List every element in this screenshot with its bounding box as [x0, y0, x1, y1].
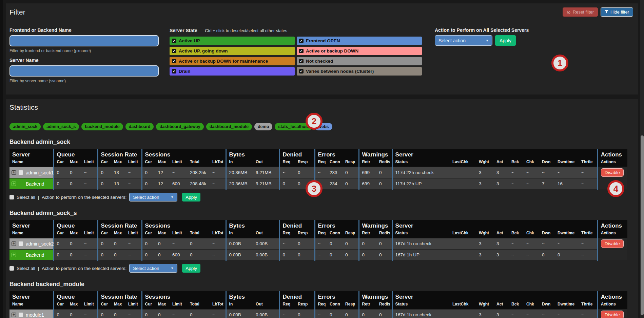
column-header: Req — [315, 301, 327, 309]
stat-cell: 0 — [187, 249, 210, 260]
chevron-down-icon: ▼ — [486, 39, 489, 42]
column-header: Thrtle — [579, 301, 598, 309]
filter-body: Frontend or Backend Name Filter by front… — [6, 21, 638, 94]
server-name: admin_sock1 — [26, 170, 54, 175]
scrollbar-thumb[interactable] — [641, 135, 644, 315]
state-label: Drain — [179, 69, 191, 74]
column-header: Max — [155, 230, 170, 238]
state-not-checked[interactable]: ✔Not checked — [297, 57, 422, 65]
bulk-apply-button[interactable]: Apply — [495, 35, 516, 46]
stat-cell: 3 — [476, 309, 494, 318]
bulk-action-select-value: Select action — [438, 38, 466, 43]
stat-cell: ~ — [210, 249, 226, 260]
expand-icon[interactable]: + — [12, 170, 16, 175]
row-checkbox[interactable] — [19, 170, 23, 175]
stat-cell: ~ — [579, 238, 598, 249]
stat-cell: 0 — [111, 249, 125, 260]
pxname-input[interactable] — [9, 35, 159, 46]
statistics-panel: Statistics admin_sockadmin_sock_sbackend… — [6, 99, 638, 318]
state-label: Active or backup DOWN for maintenance — [179, 59, 268, 64]
stat-cell: ~ — [279, 238, 295, 249]
column-group-header: Server — [392, 149, 598, 158]
expand-icon[interactable]: + — [12, 241, 16, 246]
stat-cell: ~ — [279, 309, 295, 318]
hide-filter-button[interactable]: Hide filter — [601, 7, 633, 17]
stat-cell: ~ — [315, 167, 327, 178]
footer-action-select[interactable]: Select action▼ — [129, 264, 177, 273]
filter-panel: Filter ⊘ Reset filter Hide filter Fronte… — [6, 3, 638, 94]
column-header: Limit — [170, 301, 187, 309]
column-header: Dwntime — [555, 301, 579, 309]
tag-webs[interactable]: webs — [315, 123, 332, 130]
column-header: Redis — [376, 158, 392, 167]
stat-cell: ~ — [210, 309, 226, 318]
stat-cell: 0 — [54, 167, 67, 178]
state-active-or-backup-down-for-maintenance[interactable]: ✔Active or backup DOWN for maintenance — [170, 57, 295, 65]
reset-filter-button[interactable]: ⊘ Reset filter — [563, 7, 598, 17]
column-group-header: Sessions — [142, 291, 226, 301]
tag-dashboard[interactable]: dashboard — [125, 123, 154, 130]
stat-cell: 3 — [494, 178, 509, 189]
column-header: Wght — [476, 158, 494, 167]
footer-action-select[interactable]: Select action▼ — [129, 193, 177, 202]
column-header: Status — [392, 301, 450, 309]
tag-admin-sock[interactable]: admin_sock — [9, 123, 41, 130]
tag-dashboard-module[interactable]: dashboard_module — [206, 123, 252, 130]
footer-apply-button[interactable]: Apply — [182, 193, 200, 202]
svname-input[interactable] — [9, 65, 159, 77]
disable-button[interactable]: Disable — [601, 311, 624, 318]
stat-cell: 208.25k — [187, 167, 210, 178]
tag-admin-sock-s[interactable]: admin_sock_s — [43, 123, 79, 130]
expand-icon[interactable]: + — [12, 253, 16, 257]
expand-icon[interactable]: + — [12, 182, 16, 186]
column-header: Req — [315, 230, 327, 238]
stat-cell: 0 — [98, 309, 111, 318]
column-header: Resp — [295, 301, 315, 309]
column-group-header: Server — [9, 291, 54, 301]
stat-cell: 0 — [376, 167, 392, 178]
backend-section-title: Backend backend_module — [9, 281, 635, 288]
tag-demo[interactable]: demo — [254, 123, 272, 130]
column-header: Max — [111, 230, 125, 238]
no-entry-icon: ⊘ — [567, 10, 571, 15]
tag-dashboard-gateway[interactable]: dashboard_gateway — [156, 123, 203, 130]
stat-cell: 0 — [142, 178, 155, 189]
row-checkbox[interactable] — [19, 313, 23, 317]
stat-cell: 7 — [539, 178, 555, 189]
select-all-checkbox[interactable] — [9, 195, 14, 199]
stat-cell: ~ — [509, 309, 524, 318]
state-drain[interactable]: ✔Drain — [170, 67, 295, 76]
state-active-or-backup-down[interactable]: ✔Active or backup DOWN — [297, 47, 422, 55]
column-group-header: Errors — [315, 291, 359, 301]
state-active-up[interactable]: ✔Active UP — [170, 37, 295, 45]
column-group-header: Session Rate — [98, 291, 142, 301]
table-footer: Select all|Action to perform on the sele… — [9, 193, 635, 202]
stat-cell: 0 — [67, 249, 81, 260]
expand-icon[interactable]: + — [12, 313, 16, 317]
column-header: Limit — [170, 230, 187, 238]
row-checkbox[interactable] — [19, 241, 23, 246]
tag-backend-module[interactable]: backend_module — [81, 123, 123, 130]
column-header: Cur — [54, 158, 67, 167]
column-header: Chk — [524, 301, 539, 309]
scrollbar[interactable] — [640, 0, 644, 318]
hide-filter-label: Hide filter — [610, 9, 629, 15]
name-cell: +module1 — [9, 309, 54, 318]
stat-cell: ~ — [509, 249, 524, 260]
state-varies-between-nodes-cluster[interactable]: ✔Varies between nodes (Cluster) — [297, 67, 422, 76]
bulk-action-select[interactable]: Select action ▼ — [435, 35, 492, 46]
column-header: Dwn — [539, 301, 555, 309]
stat-cell: 0 — [343, 178, 359, 189]
disable-button[interactable]: Disable — [601, 239, 624, 248]
tag-stats-localhost[interactable]: stats_localhost — [275, 123, 312, 130]
checkbox-checked-icon: ✔ — [299, 39, 304, 43]
state-active-up-going-down[interactable]: ✔Active UP, going down — [170, 47, 295, 55]
bulk-action-label: Action to Perform on All Selected Server… — [435, 27, 529, 33]
select-all-checkbox[interactable] — [9, 266, 14, 271]
state-frontend-open[interactable]: ✔Frontend OPEN — [297, 37, 422, 45]
stat-cell: 3 — [494, 238, 509, 249]
footer-apply-button[interactable]: Apply — [182, 264, 200, 273]
disable-button[interactable]: Disable — [601, 168, 624, 177]
footer-action-label: Action to perform on the selected server… — [42, 266, 126, 271]
actions-cell — [598, 249, 627, 260]
